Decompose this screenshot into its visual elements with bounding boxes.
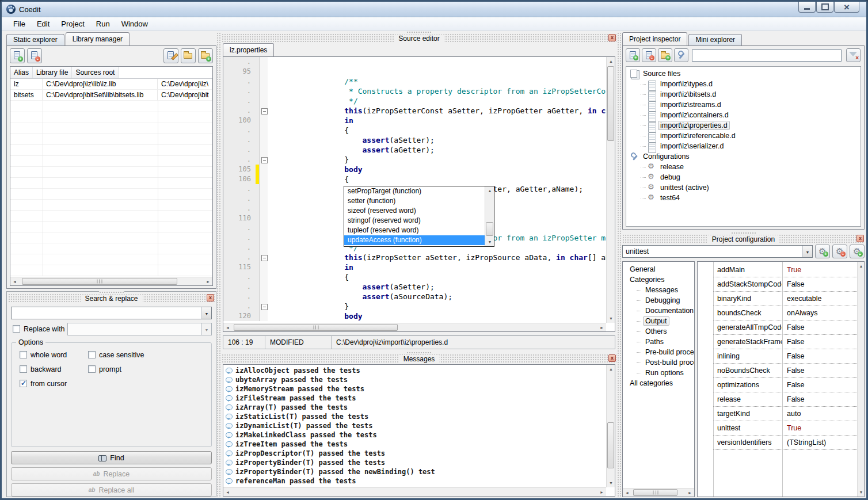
scroll-thumb[interactable] — [234, 324, 398, 331]
remove-library-button[interactable] — [27, 48, 42, 63]
scroll-up-arrow[interactable] — [607, 57, 615, 66]
categories-hscrollbar[interactable] — [623, 488, 694, 497]
fold-margin[interactable] — [259, 67, 268, 77]
scroll-right-arrow[interactable] — [597, 488, 606, 497]
search-term-combo[interactable] — [11, 307, 212, 319]
tree-item[interactable]: import\iz\containers.d — [628, 110, 861, 120]
code-line[interactable]: 115 assert(aSetter); — [223, 262, 606, 272]
tree-item[interactable]: import\iz\serializer.d — [628, 141, 861, 151]
scroll-left-arrow[interactable] — [223, 488, 232, 497]
message-row[interactable]: izStaticList(T) passed the tests — [223, 412, 606, 421]
completion-item[interactable]: tupleof (reserved word) — [344, 226, 485, 235]
property-value[interactable]: False — [782, 280, 857, 288]
property-row[interactable]: noBoundsCheck False — [713, 364, 857, 378]
column-header[interactable]: Alias — [10, 67, 33, 78]
code-line[interactable]: . */ — [223, 77, 606, 86]
popup-scrollbar[interactable] — [485, 186, 494, 246]
close-panel-icon[interactable] — [608, 34, 616, 41]
splitter-center-right[interactable] — [617, 32, 622, 497]
option-prompt[interactable]: prompt — [88, 365, 121, 373]
fold-margin[interactable] — [259, 253, 268, 262]
messages-vscrollbar[interactable] — [606, 365, 615, 487]
fold-margin[interactable] — [259, 243, 268, 253]
editor-hscrollbar[interactable] — [223, 323, 606, 331]
code-line[interactable]: . { — [223, 155, 606, 165]
menu-item[interactable]: File — [7, 18, 31, 29]
scroll-down-arrow[interactable] — [607, 314, 615, 323]
code-line[interactable]: 100 assert(aSetter); — [223, 116, 606, 125]
category-item[interactable]: Run options — [624, 368, 694, 378]
splitter-left-center[interactable] — [216, 32, 221, 497]
left-tab[interactable]: Library manager — [66, 32, 130, 45]
inspector-filter-input[interactable] — [692, 49, 842, 62]
tree-item[interactable]: Source files — [628, 68, 861, 79]
scroll-right-arrow[interactable] — [204, 277, 212, 286]
code-line[interactable]: 120 define(aSetter, aSourceData, aName); — [223, 311, 606, 321]
message-row[interactable]: izFileStream passed the tests — [223, 394, 606, 403]
open-library-folder-button[interactable] — [181, 48, 196, 63]
configuration-combo[interactable]: unittest — [622, 245, 813, 258]
completion-item[interactable]: sizeof (reserved word) — [344, 206, 485, 216]
scroll-thumb[interactable] — [486, 222, 493, 236]
property-value[interactable]: False — [782, 323, 857, 331]
completion-item[interactable]: stringof (reserved word) — [344, 216, 485, 226]
menu-item[interactable]: Window — [116, 18, 154, 29]
code-editor[interactable]: . /** 95 * Constructs a property des — [223, 56, 615, 332]
left-tab[interactable]: Static explorer — [6, 34, 64, 45]
drag-grip[interactable] — [731, 232, 756, 234]
fold-margin[interactable] — [259, 155, 268, 165]
message-row[interactable]: ubyteArray passed the tests — [223, 375, 606, 384]
property-value[interactable]: False — [782, 395, 857, 403]
scroll-thumb[interactable] — [633, 489, 677, 496]
completion-item[interactable]: setter (function) — [344, 196, 485, 206]
property-value[interactable]: auto — [782, 410, 857, 418]
filter-button[interactable] — [846, 48, 861, 62]
category-item[interactable]: Messages — [624, 285, 694, 295]
menu-item[interactable]: Project — [55, 18, 90, 29]
right-tab[interactable]: Mini explorer — [688, 34, 742, 45]
remove-source-button[interactable] — [642, 48, 656, 62]
code-line[interactable]: . { — [223, 301, 606, 311]
category-item[interactable]: All categories — [624, 378, 694, 388]
tree-item[interactable]: import\iz\bitsets.d — [628, 89, 861, 100]
scroll-left-arrow[interactable] — [223, 323, 232, 332]
code-line[interactable]: . assert(aGetter); — [223, 125, 606, 135]
messages-hscrollbar[interactable] — [223, 487, 606, 496]
drag-grip[interactable] — [99, 291, 124, 293]
close-panel-icon[interactable] — [856, 235, 864, 242]
tree-item[interactable]: unittest (active) — [628, 182, 861, 193]
menu-item[interactable]: Edit — [31, 18, 55, 29]
message-row[interactable]: referenceMan passed the tests — [223, 476, 606, 486]
property-value[interactable]: True — [782, 266, 857, 274]
fold-margin[interactable] — [259, 233, 268, 243]
scroll-up-arrow[interactable] — [858, 262, 865, 270]
category-item[interactable]: Paths — [624, 337, 694, 347]
scroll-down-arrow[interactable] — [607, 479, 615, 487]
category-item[interactable]: Categories — [624, 274, 694, 285]
checkbox-icon[interactable] — [20, 351, 27, 358]
message-row[interactable]: izMakeLinkedClass passed the tests — [223, 430, 606, 440]
category-item[interactable]: Documentation — [624, 306, 694, 316]
scroll-down-arrow[interactable] — [858, 488, 865, 497]
fold-margin[interactable] — [259, 223, 268, 233]
fold-margin[interactable] — [259, 106, 268, 116]
scroll-thumb[interactable] — [607, 422, 614, 468]
fold-margin[interactable] — [259, 165, 268, 174]
checkbox-icon[interactable] — [20, 365, 27, 373]
property-value[interactable]: (TStringList) — [782, 438, 857, 446]
property-value[interactable]: False — [782, 367, 857, 375]
property-row[interactable]: versionIdentifiers (TStringList) — [713, 436, 857, 450]
property-value[interactable]: False — [782, 338, 857, 346]
tree-item[interactable]: import\iz\streams.d — [628, 100, 861, 110]
add-library-button[interactable] — [10, 48, 25, 63]
property-value[interactable]: executable — [782, 295, 857, 303]
grid-vscrollbar[interactable] — [857, 262, 864, 497]
fold-margin[interactable] — [259, 125, 268, 135]
message-row[interactable]: izMemoryStream passed the tests — [223, 384, 606, 394]
fold-margin[interactable] — [259, 86, 268, 96]
sync-configuration-button[interactable] — [850, 245, 865, 258]
option-whole-word[interactable]: whole word — [20, 351, 67, 359]
replace-with-checkbox[interactable]: Replace with — [13, 325, 65, 333]
scroll-up-arrow[interactable] — [485, 186, 494, 195]
table-row[interactable]: iz C:\Dev\dproj\iz\lib\iz.lib C:\Dev\dpr… — [10, 79, 212, 90]
